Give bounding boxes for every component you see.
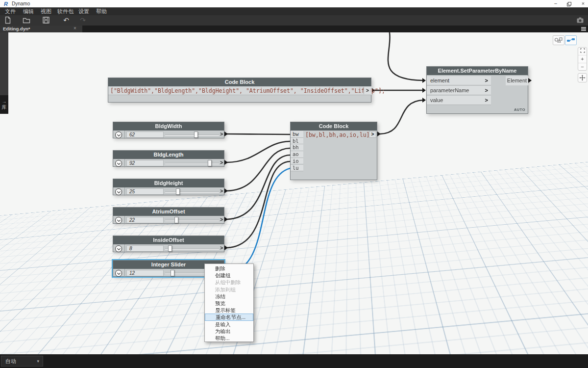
wire-list-to-value[interactable] xyxy=(380,100,423,134)
node-slider-bldgheight[interactable]: BldgHeight25> xyxy=(113,179,224,195)
slider-expand-button[interactable] xyxy=(113,244,125,253)
node-title[interactable]: BldgLength xyxy=(113,151,224,159)
output-port[interactable]: > xyxy=(364,87,371,94)
menu-1[interactable]: 文件 xyxy=(5,7,16,15)
input-port-ao[interactable]: ao xyxy=(291,151,303,158)
toggle-geometry-view-button[interactable] xyxy=(553,35,564,45)
context-menu-item[interactable]: 为输出 xyxy=(205,328,253,335)
restore-button[interactable] xyxy=(563,0,576,7)
node-title[interactable]: Element.SetParameterByName xyxy=(427,67,528,75)
slider-value-input[interactable]: 92 xyxy=(126,160,164,166)
output-port-element[interactable]: Element xyxy=(506,76,528,85)
context-menu-item[interactable]: 冻结 xyxy=(205,293,253,300)
undo-icon[interactable]: ↶ xyxy=(62,16,71,25)
node-title[interactable]: BldgHeight xyxy=(113,179,224,187)
slider-expand-button[interactable] xyxy=(113,269,125,277)
lacing-badge[interactable]: AUTO xyxy=(514,107,525,112)
context-menu-item[interactable]: 删除 xyxy=(205,265,253,272)
node-slider-bldglength[interactable]: BldgLength92> xyxy=(113,150,224,167)
wire-to-element[interactable] xyxy=(388,33,423,80)
node-title[interactable]: AtriumOffset xyxy=(113,208,224,216)
node-title[interactable]: BldgWidth xyxy=(113,122,224,131)
context-menu-item[interactable]: 显示标签 xyxy=(205,307,253,314)
node-title[interactable]: Code Block xyxy=(291,122,377,131)
slider-output-port[interactable]: > xyxy=(220,188,223,194)
close-button[interactable]: × xyxy=(576,0,588,7)
open-file-icon[interactable] xyxy=(23,16,31,25)
minimize-button[interactable]: − xyxy=(549,0,563,7)
toggle-graph-view-button[interactable] xyxy=(565,35,577,45)
tab-label: Editing.dyn* xyxy=(3,26,30,31)
slider-track[interactable] xyxy=(165,191,219,193)
output-port[interactable]: > xyxy=(369,131,376,138)
redo-icon[interactable]: ↷ xyxy=(78,16,87,25)
slider-output-port[interactable]: > xyxy=(220,160,223,165)
slider-value-input[interactable]: 8 xyxy=(126,245,164,252)
slider-value-input[interactable]: 25 xyxy=(126,188,164,195)
node-slider-insideoffset[interactable]: InsideOffset8> xyxy=(113,236,224,252)
input-port-parameterName[interactable]: parameterName> xyxy=(427,86,491,95)
node-code-block-list[interactable]: Code Block bwblbhaoiolu [bw,bl,bh,ao,io,… xyxy=(290,122,377,180)
node-title[interactable]: Code Block xyxy=(108,78,371,86)
pan-button[interactable] xyxy=(578,73,587,82)
node-title[interactable]: InsideOffset xyxy=(113,236,224,244)
slider-expand-button[interactable] xyxy=(113,187,125,196)
input-port-bh[interactable]: bh xyxy=(291,144,303,151)
slider-track[interactable] xyxy=(165,134,219,136)
node-set-parameter-by-name[interactable]: Element.SetParameterByName element>param… xyxy=(426,66,528,114)
zoom-out-button[interactable]: − xyxy=(578,63,587,71)
fit-view-button[interactable] xyxy=(578,48,587,55)
slider-track[interactable] xyxy=(165,220,219,221)
input-port-lu[interactable]: lu xyxy=(291,165,303,172)
input-port-bw[interactable]: bw xyxy=(291,131,303,138)
slider-output-port[interactable]: > xyxy=(220,217,223,222)
slider-value-input[interactable]: 12 xyxy=(126,270,164,276)
input-port-bl[interactable]: bl xyxy=(291,138,303,145)
menu-4[interactable]: 软件包 xyxy=(57,7,74,15)
node-slider-bldgwidth[interactable]: BldgWidth62> xyxy=(113,122,224,138)
code-editor[interactable]: ["BldgWidth","BldgLength","BldgHeight", … xyxy=(108,86,372,95)
export-image-camera-icon[interactable] xyxy=(576,16,585,25)
slider-handle[interactable] xyxy=(171,270,174,276)
tab-editing-dyn[interactable]: Editing.dyn* × xyxy=(0,26,82,32)
slider-output-port[interactable]: > xyxy=(220,245,223,251)
wire-bldgheight-to-bh[interactable] xyxy=(227,148,290,191)
graph-canvas[interactable]: → 库 Code Block ["BldgWidth","BldgLength"… xyxy=(0,32,588,354)
input-port-element[interactable]: element> xyxy=(427,76,491,85)
slider-track[interactable] xyxy=(165,248,219,250)
slider-value-input[interactable]: 22 xyxy=(126,217,164,223)
context-menu-item[interactable]: 是输入 xyxy=(205,321,253,328)
input-port-value[interactable]: value> xyxy=(427,96,491,105)
slider-output-port[interactable]: > xyxy=(220,131,223,137)
slider-handle[interactable] xyxy=(168,245,172,252)
slider-expand-button[interactable] xyxy=(113,159,125,167)
slider-handle[interactable] xyxy=(174,217,178,223)
input-port-io[interactable]: io xyxy=(291,158,303,165)
node-slider-atriumoffset[interactable]: AtriumOffset22> xyxy=(113,207,224,224)
slider-expand-button[interactable] xyxy=(113,131,125,139)
context-menu-item[interactable]: 重命名节点... xyxy=(205,314,253,320)
menu-6[interactable]: 帮助 xyxy=(96,7,107,15)
slider-value-input[interactable]: 62 xyxy=(126,131,164,138)
context-menu-item[interactable]: 预览 xyxy=(205,300,253,307)
new-file-icon[interactable] xyxy=(4,16,13,25)
context-menu-item[interactable]: 帮助... xyxy=(205,335,253,342)
wire-bldgwidth-to-bw[interactable] xyxy=(227,134,290,134)
library-expand-tab[interactable]: → 库 xyxy=(0,95,8,114)
slider-handle[interactable] xyxy=(208,160,212,166)
tab-list-icon[interactable] xyxy=(581,27,586,31)
slider-expand-button[interactable] xyxy=(113,216,125,224)
tab-close-icon[interactable]: × xyxy=(74,26,76,31)
context-menu-item[interactable]: 创建组 xyxy=(205,272,253,279)
menu-5[interactable]: 设置 xyxy=(78,7,89,15)
run-mode-dropdown[interactable]: 自动 ▾ xyxy=(1,356,43,367)
save-icon[interactable] xyxy=(42,16,51,25)
zoom-in-button[interactable]: + xyxy=(578,55,587,63)
menu-2[interactable]: 编辑 xyxy=(23,7,34,15)
slider-handle[interactable] xyxy=(176,188,180,195)
menu-3[interactable]: 视图 xyxy=(41,7,51,15)
slider-handle[interactable] xyxy=(194,131,198,138)
wire-bldglength-to-bl[interactable] xyxy=(227,141,290,162)
chevron-glyph xyxy=(117,218,121,222)
node-code-block-strings[interactable]: Code Block ["BldgWidth","BldgLength","Bl… xyxy=(108,78,371,103)
